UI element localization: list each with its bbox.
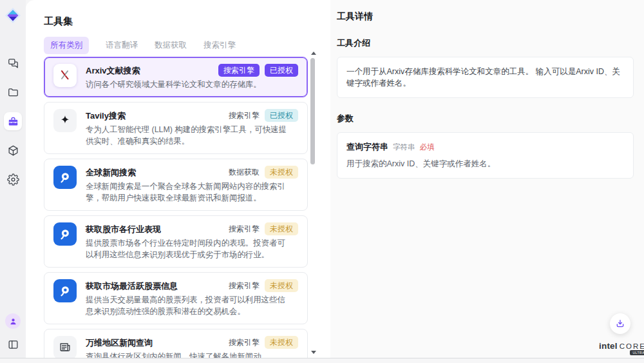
newspaper-icon <box>53 336 77 358</box>
scrollbar-thumb[interactable] <box>310 58 315 164</box>
tool-card[interactable]: 获取市场最活跃股票信息搜索引擎未授权提供当天交易量最高的股票列表，投资者可以利用… <box>44 272 308 324</box>
params-heading: 参数 <box>337 113 634 124</box>
category-badge: 搜索引擎 <box>229 109 260 122</box>
gear-icon[interactable] <box>4 170 22 188</box>
tool-card[interactable]: 获取股市各行业表现搜索引擎未授权提供股票市场各个行业在特定时间段内的表现。投资者… <box>44 215 308 268</box>
tool-name: Tavily搜索 <box>86 110 126 121</box>
parameter-card: 查询字符串 字符串 必填 用于搜索的Arxiv ID、关键字或作者姓名。 <box>337 132 634 179</box>
tool-description: 查询具体行政区划内的新闻，快速了解各地新闻动 <box>86 351 290 358</box>
tool-description: 访问各个研究领域大量科学论文和文章的存储库。 <box>86 79 290 90</box>
cube-icon[interactable] <box>4 141 22 159</box>
parameter-type: 字符串 <box>393 142 415 152</box>
intel-core-text: core Ultra <box>620 342 644 350</box>
parameter-name: 查询字符串 <box>346 141 388 153</box>
tool-name: Arxiv文献搜索 <box>86 65 140 76</box>
status-badge: 未授权 <box>265 222 298 235</box>
panel-toggle-icon[interactable] <box>4 335 22 353</box>
tool-card[interactable]: 万维地区新闻查询搜索引擎未授权查询具体行政区划内的新闻，快速了解各地新闻动 <box>44 329 308 358</box>
tool-description: 提供当天交易量最高的股票列表，投资者可以利用这些信息来识别流动性强的股票和潜在的… <box>86 294 290 317</box>
status-badge: 未授权 <box>265 336 298 349</box>
tool-list: Arxiv文献搜索搜索引擎已授权访问各个研究领域大量科学论文和文章的存储库。Ta… <box>44 57 308 358</box>
sidebar <box>0 0 26 358</box>
scroll-down-icon[interactable] <box>311 351 316 354</box>
quark-icon <box>53 222 77 246</box>
quark-icon <box>53 279 77 302</box>
intro-heading: 工具介绍 <box>337 37 634 49</box>
page-title: 工具集 <box>44 15 73 28</box>
category-badge: 搜索引擎 <box>218 64 260 77</box>
intro-card: 一个用于从Arxiv存储库搜索科学论文和文章的工具。 输入可以是Arxiv ID… <box>337 57 634 98</box>
window-bottom-edge <box>0 358 644 363</box>
category-tabs: 所有类别语言翻译数据获取搜索引擎 <box>44 37 236 54</box>
download-icon <box>615 319 625 329</box>
tool-name: 获取市场最活跃股票信息 <box>86 280 178 291</box>
category-badge: 数据获取 <box>229 166 260 179</box>
toolbox-icon[interactable] <box>4 112 22 130</box>
app-window: 工具集 所有类别语言翻译数据获取搜索引擎 Arxiv文献搜索搜索引擎已授权访问各… <box>0 0 644 363</box>
tool-card[interactable]: Tavily搜索搜索引擎已授权专为人工智能代理 (LLM) 构建的搜索引擎工具，… <box>44 102 308 154</box>
user-avatar-icon[interactable] <box>5 313 21 329</box>
category-badge: 搜索引擎 <box>229 336 260 349</box>
tool-name: 万维地区新闻查询 <box>86 337 153 348</box>
tab-2[interactable]: 数据获取 <box>155 37 187 54</box>
status-badge: 已授权 <box>265 64 298 77</box>
tool-card[interactable]: Arxiv文献搜索搜索引擎已授权访问各个研究领域大量科学论文和文章的存储库。 <box>44 57 308 97</box>
status-badge: 未授权 <box>265 279 298 292</box>
tools-panel: 工具集 所有类别语言翻译数据获取搜索引擎 Arxiv文献搜索搜索引擎已授权访问各… <box>26 0 330 358</box>
chat-icon[interactable] <box>4 54 22 72</box>
scrollbar[interactable] <box>310 52 316 354</box>
status-badge: 未授权 <box>265 166 298 179</box>
tool-description: 全球新闻搜索是一个聚合全球各大新闻网站内容的搜索引擎，帮助用户快速获取全球最新资… <box>86 181 290 204</box>
tool-details-panel: 工具详情 工具介绍 一个用于从Arxiv存储库搜索科学论文和文章的工具。 输入可… <box>330 0 644 358</box>
parameter-description: 用于搜索的Arxiv ID、关键字或作者姓名。 <box>346 159 624 170</box>
intel-brand-text: intel <box>599 341 618 351</box>
intro-text: 一个用于从Arxiv存储库搜索科学论文和文章的工具。 输入可以是Arxiv ID… <box>346 66 624 89</box>
arxiv-icon <box>53 64 77 87</box>
status-badge: 已授权 <box>265 109 298 122</box>
category-badge: 搜索引擎 <box>229 222 260 235</box>
tool-description: 提供股票市场各个行业在特定时间段内的表现。投资者可以利用这些信息来识别表现优于或… <box>86 237 290 260</box>
tool-description: 专为人工智能代理 (LLM) 构建的搜索引擎工具，可快速提供实时、准确和真实的结… <box>86 124 290 147</box>
sparkle-icon <box>53 109 77 132</box>
tool-name: 获取股市各行业表现 <box>86 224 161 235</box>
tab-0[interactable]: 所有类别 <box>44 37 89 54</box>
quark-icon <box>53 166 77 189</box>
tab-3[interactable]: 搜索引擎 <box>204 37 236 54</box>
tool-card[interactable]: 全球新闻搜索数据获取未授权全球新闻搜索是一个聚合全球各大新闻网站内容的搜索引擎，… <box>44 159 308 211</box>
scroll-up-icon[interactable] <box>311 52 316 55</box>
intel-core-logo: intel core Ultra <box>599 341 644 351</box>
download-button[interactable] <box>610 313 630 334</box>
folder-icon[interactable] <box>4 83 22 101</box>
app-logo-icon[interactable] <box>5 7 21 24</box>
tab-1[interactable]: 语言翻译 <box>106 37 138 54</box>
category-badge: 搜索引擎 <box>229 279 260 292</box>
intel-ultra-badge: Ultra <box>630 350 644 355</box>
parameter-required-badge: 必填 <box>420 142 435 152</box>
details-title: 工具详情 <box>337 11 634 23</box>
tool-name: 全球新闻搜索 <box>86 167 136 178</box>
